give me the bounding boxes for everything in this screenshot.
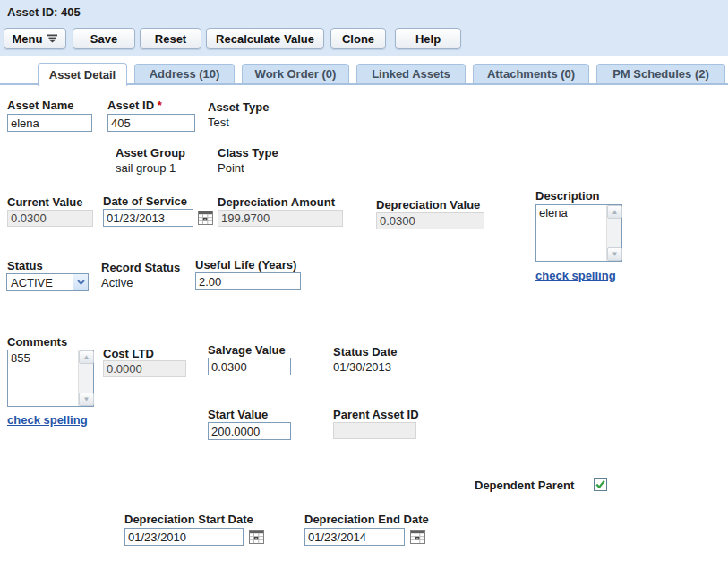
class-type-value: Point [218, 161, 244, 175]
required-asterisk: * [158, 99, 162, 112]
depreciation-end-date-field[interactable] [304, 528, 405, 546]
depreciation-end-date-calendar-icon[interactable] [410, 530, 425, 544]
depreciation-start-date-calendar-icon[interactable] [249, 530, 264, 544]
comments-check-spelling-link[interactable]: check spelling [7, 413, 88, 427]
status-select-value: ACTIVE [7, 274, 73, 290]
help-button[interactable]: Help [395, 28, 461, 49]
cost-ltd-field: 0.0000 [103, 360, 186, 377]
comments-scrollbar[interactable]: ▲ ▼ [78, 350, 93, 406]
description-textarea-box: elena ▲ ▼ [535, 204, 622, 262]
tab-pm-schedules[interactable]: PM Schedules (2) [596, 64, 725, 83]
current-value-label: Current Value [7, 195, 83, 209]
date-of-service-label: Date of Service [103, 194, 187, 208]
description-label: Description [535, 189, 600, 203]
status-date-label: Status Date [333, 345, 398, 358]
asset-name-field[interactable] [7, 114, 92, 132]
save-button[interactable]: Save [73, 28, 135, 49]
scroll-up-icon[interactable]: ▲ [607, 205, 622, 219]
start-value-field[interactable] [208, 422, 291, 440]
class-type-label: Class Type [218, 146, 278, 160]
depreciation-amount-label: Depreciation Amount [218, 195, 335, 209]
depreciation-value-label: Depreciation Value [376, 198, 480, 211]
salvage-value-label: Salvage Value [208, 343, 286, 357]
comments-textarea-box: 855 ▲ ▼ [7, 350, 94, 407]
useful-life-field[interactable] [195, 272, 301, 290]
description-scrollbar[interactable]: ▲ ▼ [606, 205, 621, 261]
comments-field[interactable]: 855 [8, 350, 78, 406]
dependent-parent-label: Dependent Parent [475, 479, 574, 492]
tab-address[interactable]: Address (10) [134, 64, 235, 83]
start-value-label: Start Value [208, 408, 268, 421]
record-status-label: Record Status [101, 261, 180, 274]
description-check-spelling-link[interactable]: check spelling [535, 269, 616, 282]
asset-group-value: sail group 1 [116, 161, 176, 175]
cost-ltd-label: Cost LTD [103, 347, 154, 360]
depreciation-amount-field: 199.9700 [218, 210, 343, 227]
depreciation-value-field: 0.0300 [376, 212, 484, 229]
depreciation-start-date-field[interactable] [124, 528, 244, 546]
scroll-down-icon[interactable]: ▼ [79, 393, 94, 406]
asset-id-label: Asset ID * [107, 99, 162, 112]
asset-name-label: Asset Name [7, 99, 73, 112]
header-band: Asset ID: 405 Menu Save Reset Recalculat… [0, 0, 728, 56]
useful-life-label: Useful Life (Years) [195, 258, 296, 272]
parent-asset-id-label: Parent Asset ID [333, 408, 419, 421]
date-of-service-calendar-icon[interactable] [198, 211, 213, 225]
parent-asset-id-field [333, 422, 416, 439]
tab-asset-detail[interactable]: Asset Detail [38, 63, 127, 86]
tab-linked-assets[interactable]: Linked Assets [356, 64, 466, 83]
scroll-down-icon[interactable]: ▼ [607, 247, 622, 261]
chevron-down-icon [73, 274, 88, 290]
record-status-value: Active [101, 276, 133, 289]
tab-work-order[interactable]: Work Order (0) [242, 64, 349, 83]
comments-label: Comments [7, 335, 67, 349]
status-label: Status [7, 259, 43, 272]
current-value-field: 0.0300 [7, 210, 93, 227]
depreciation-end-date-label: Depreciation End Date [304, 513, 429, 526]
asset-detail-page: Asset ID: 405 Menu Save Reset Recalculat… [0, 0, 728, 561]
page-title: Asset ID: 405 [7, 5, 81, 19]
status-select[interactable]: ACTIVE [6, 273, 89, 291]
asset-type-value: Test [208, 116, 229, 129]
scroll-up-icon[interactable]: ▲ [79, 350, 94, 364]
dependent-parent-checkbox[interactable] [594, 478, 607, 491]
status-date-value: 01/30/2013 [333, 360, 391, 374]
date-of-service-field[interactable] [103, 209, 193, 227]
asset-id-field[interactable] [107, 114, 195, 132]
salvage-value-field[interactable] [208, 358, 291, 375]
asset-type-label: Asset Type [208, 100, 269, 114]
menu-button-label: Menu [13, 32, 43, 46]
description-field[interactable]: elena [536, 205, 606, 261]
asset-group-label: Asset Group [116, 146, 185, 160]
menu-button[interactable]: Menu [4, 28, 66, 49]
depreciation-start-date-label: Depreciation Start Date [124, 513, 253, 526]
clone-button[interactable]: Clone [330, 28, 386, 49]
reset-button[interactable]: Reset [140, 28, 201, 49]
recalculate-value-button[interactable]: Recalculate Value [206, 28, 324, 49]
tab-attachments[interactable]: Attachments (0) [473, 64, 589, 83]
menu-dropdown-icon [47, 34, 57, 43]
